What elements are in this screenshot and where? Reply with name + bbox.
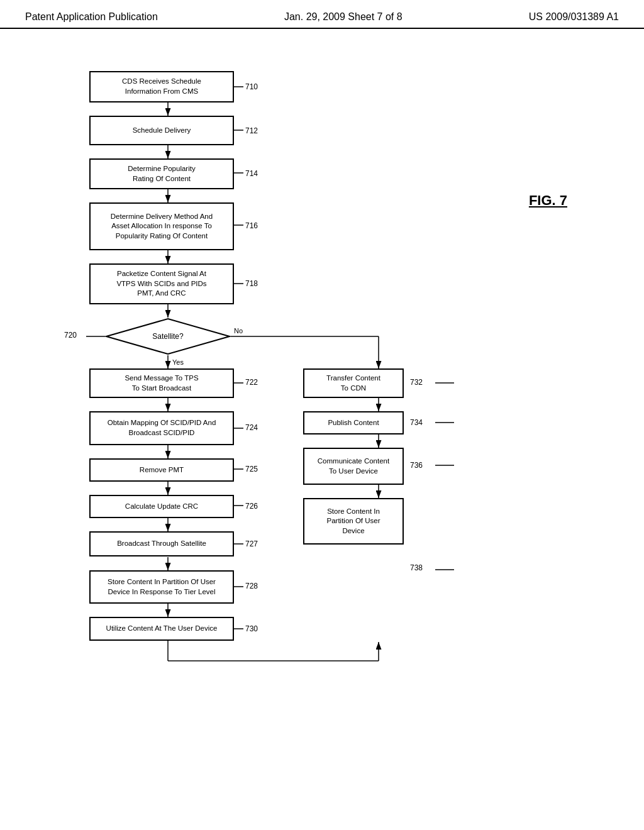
page-header: Patent Application Publication Jan. 29, … bbox=[0, 0, 644, 29]
step-726: Calculate Update CRC bbox=[89, 495, 234, 518]
step-732-num: 732 bbox=[410, 378, 423, 387]
step-734-num: 734 bbox=[410, 418, 423, 427]
step-736-num: 736 bbox=[410, 461, 423, 470]
step-712-num: 712 bbox=[245, 126, 258, 135]
header-left: Patent Application Publication bbox=[25, 11, 158, 23]
step-728: Store Content In Partition Of UserDevice… bbox=[89, 570, 234, 604]
step-710: CDS Receives ScheduleInformation From CM… bbox=[89, 71, 234, 102]
step-710-num: 710 bbox=[245, 82, 258, 91]
step-738: Store Content InPartition Of UserDevice bbox=[303, 498, 404, 545]
step-732: Transfer ContentTo CDN bbox=[303, 368, 404, 398]
step-727: Broadcast Through Satellite bbox=[89, 531, 234, 556]
step-720-diamond: Satellite? bbox=[105, 318, 231, 358]
step-738-num: 738 bbox=[410, 563, 423, 572]
step-725: Remove PMT bbox=[89, 458, 234, 482]
step-726-num: 726 bbox=[245, 502, 258, 511]
step-718: Packetize Content Signal AtVTPS With SCI… bbox=[89, 263, 234, 304]
header-right: US 2009/031389 A1 bbox=[529, 11, 619, 23]
step-728-num: 728 bbox=[245, 582, 258, 590]
svg-text:Satellite?: Satellite? bbox=[152, 332, 184, 341]
fig-label: FIG. 7 bbox=[529, 192, 567, 209]
step-734: Publish Content bbox=[303, 411, 404, 434]
step-730: Utilize Content At The User Device bbox=[89, 617, 234, 641]
svg-text:No: No bbox=[234, 327, 243, 335]
step-716: Determine Delivery Method AndAsset Alloc… bbox=[89, 202, 234, 250]
step-718-num: 718 bbox=[245, 279, 258, 288]
step-724: Obtain Mapping Of SCID/PID AndBroadcast … bbox=[89, 411, 234, 445]
step-722: Send Message To TPSTo Start Broadcast bbox=[89, 368, 234, 398]
step-725-num: 725 bbox=[245, 465, 258, 473]
diagram-area: FIG. 7 Yes No bbox=[39, 48, 605, 790]
header-center: Jan. 29, 2009 Sheet 7 of 8 bbox=[284, 11, 402, 23]
step-720-num: 720 bbox=[64, 331, 77, 340]
step-712: Schedule Delivery bbox=[89, 116, 234, 145]
step-714-num: 714 bbox=[245, 169, 258, 178]
step-714: Determine PopularityRating Of Content bbox=[89, 158, 234, 189]
step-724-num: 724 bbox=[245, 423, 258, 432]
step-722-num: 722 bbox=[245, 378, 258, 387]
step-727-num: 727 bbox=[245, 540, 258, 548]
step-730-num: 730 bbox=[245, 624, 258, 633]
step-736: Communicate ContentTo User Device bbox=[303, 448, 404, 485]
step-716-num: 716 bbox=[245, 221, 258, 230]
svg-text:Yes: Yes bbox=[172, 358, 184, 366]
